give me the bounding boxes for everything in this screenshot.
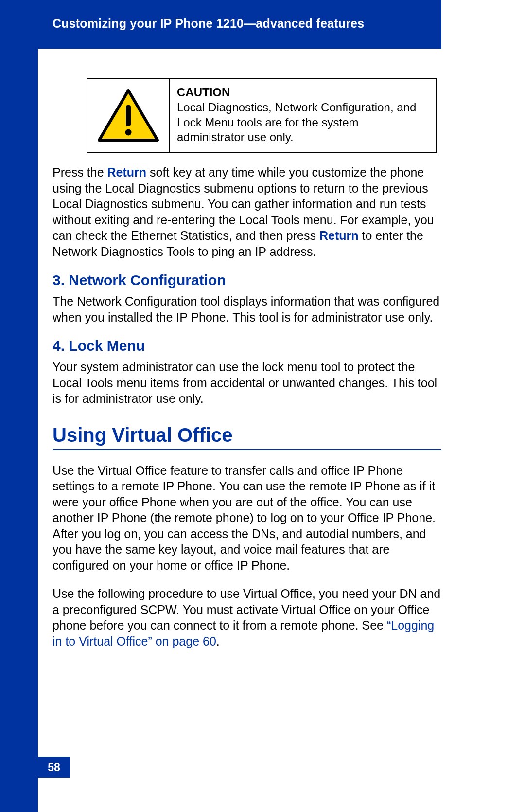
virtual-office-paragraph-1: Use the Virtual Office feature to transf… — [52, 463, 441, 574]
page-number: 58 — [38, 757, 70, 778]
caution-box: CAUTION Local Diagnostics, Network Confi… — [87, 78, 437, 153]
return-softkey-ref: Return — [107, 165, 147, 179]
caution-icon-cell — [88, 79, 170, 152]
heading-lock-menu: 4. Lock Menu — [52, 338, 441, 354]
network-configuration-paragraph: The Network Configuration tool displays … — [52, 293, 441, 325]
text-run: Use the following procedure to use Virtu… — [52, 587, 440, 632]
lock-menu-paragraph: Your system administrator can use the lo… — [52, 359, 441, 407]
heading-rule — [52, 449, 441, 450]
virtual-office-paragraph-2: Use the following procedure to use Virtu… — [52, 586, 441, 649]
caution-description: Local Diagnostics, Network Configuration… — [177, 100, 427, 145]
caution-title: CAUTION — [177, 86, 427, 99]
diagnostics-paragraph: Press the Return soft key at any time wh… — [52, 164, 441, 259]
text-run: Press the — [52, 165, 107, 179]
running-header-bar: Customizing your IP Phone 1210—advanced … — [38, 0, 441, 49]
svg-point-2 — [125, 129, 132, 135]
heading-network-configuration: 3. Network Configuration — [52, 272, 441, 289]
caution-triangle-icon — [97, 88, 160, 144]
heading-using-virtual-office: Using Virtual Office — [52, 424, 441, 446]
page-content: CAUTION Local Diagnostics, Network Confi… — [52, 78, 441, 662]
return-softkey-ref: Return — [319, 229, 359, 242]
caution-text-cell: CAUTION Local Diagnostics, Network Confi… — [170, 79, 436, 152]
text-run: . — [216, 634, 220, 648]
svg-rect-1 — [126, 105, 131, 126]
running-header-title: Customizing your IP Phone 1210—advanced … — [52, 17, 441, 31]
left-margin-strip — [0, 0, 38, 812]
